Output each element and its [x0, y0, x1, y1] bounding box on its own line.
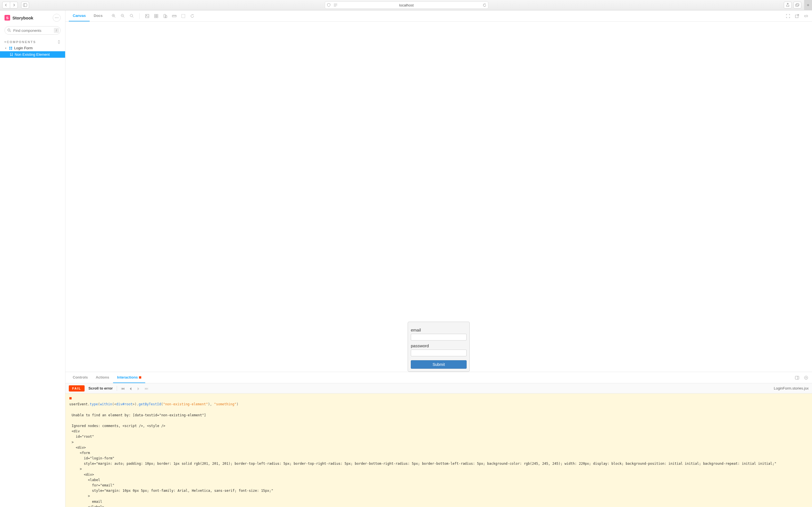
svg-rect-26: [154, 14, 156, 16]
svg-rect-31: [165, 15, 167, 18]
playback-controls: ⏮ ⏴ ⏵ ⏭: [121, 386, 149, 391]
bookmark-icon: [10, 53, 13, 56]
svg-point-22: [130, 14, 133, 17]
collapse-all-icon[interactable]: [57, 40, 61, 44]
canvas: email password Submit: [65, 22, 812, 372]
tab-docs[interactable]: Docs: [90, 10, 107, 21]
svg-rect-0: [23, 4, 27, 7]
search-input[interactable]: [4, 26, 61, 35]
svg-rect-5: [796, 4, 799, 6]
fail-badge: FAIL: [69, 385, 85, 392]
url-bar[interactable]: localhost: [325, 1, 488, 9]
new-tab-button[interactable]: [804, 0, 812, 10]
grid-icon[interactable]: [154, 13, 159, 18]
panel-orientation-icon[interactable]: [795, 375, 800, 380]
error-body: userEvent.type(within(<div#root>).getByT…: [65, 393, 812, 507]
svg-rect-14: [11, 48, 12, 50]
svg-rect-11: [9, 47, 10, 48]
sidebar-header: S Storybook ⋯: [0, 10, 65, 25]
link-icon[interactable]: [804, 13, 809, 18]
component-icon: [9, 47, 12, 50]
submit-button[interactable]: Submit: [411, 360, 467, 369]
outline-icon[interactable]: [181, 13, 186, 18]
svg-rect-28: [154, 16, 156, 18]
reader-icon: [334, 3, 338, 7]
browser-chrome: localhost: [0, 0, 812, 10]
search-icon: [7, 29, 11, 32]
toolbar: Canvas Docs: [65, 10, 812, 22]
svg-line-16: [114, 17, 115, 18]
share-button[interactable]: [784, 2, 792, 8]
error-marker-icon: [69, 397, 71, 399]
sidebar-item-login-form[interactable]: ▾ Login Form: [0, 45, 65, 51]
background-icon[interactable]: [145, 13, 150, 18]
tab-actions[interactable]: Actions: [92, 372, 113, 383]
zoom-reset-icon[interactable]: [129, 13, 134, 18]
email-label: email: [411, 328, 467, 332]
tree-item-label: Non Existing Element: [15, 52, 50, 57]
tab-interactions[interactable]: Interactions: [113, 372, 145, 383]
svg-line-20: [123, 17, 124, 18]
svg-rect-13: [9, 48, 10, 50]
storybook-logo: S: [4, 15, 10, 20]
main: Canvas Docs: [65, 10, 812, 507]
tab-label: Interactions: [117, 375, 138, 379]
svg-line-10: [10, 31, 11, 32]
fail-indicator-icon: [139, 376, 141, 379]
step-back-icon[interactable]: ⏴: [129, 386, 133, 391]
url-text: localhost: [399, 3, 414, 7]
section-label: COMPONENTS: [7, 40, 36, 44]
svg-line-23: [132, 17, 133, 18]
sidebar-item-non-existing-element[interactable]: Non Existing Element: [0, 51, 65, 58]
sidebar-menu-button[interactable]: ⋯: [53, 14, 61, 22]
svg-rect-30: [164, 14, 166, 18]
caret-down-icon: ▾: [5, 47, 7, 50]
story-file-name: LoginForm.stories.jsx: [774, 386, 809, 390]
step-forward-icon[interactable]: ⏵: [137, 386, 141, 391]
svg-rect-12: [11, 47, 12, 48]
call-line: userEvent.type(within(<div#root>).getByT…: [69, 402, 239, 406]
tabs-button[interactable]: [794, 2, 801, 8]
sidebar-section-header[interactable]: ▾ COMPONENTS: [0, 39, 65, 45]
search-kbd-hint: /: [54, 28, 59, 33]
sidebar-toggle-button[interactable]: [21, 2, 29, 8]
login-form: email password Submit: [408, 322, 470, 372]
addons-panel: Controls Actions Interactions FAIL Scrol…: [65, 372, 812, 507]
sidebar: S Storybook ⋯ / ▾ COMPONENTS ▾ Login For…: [0, 10, 65, 507]
rewind-end-icon[interactable]: ⏭: [145, 386, 149, 391]
dom-dump: <div id="root" > <div> <form id="login-f…: [71, 429, 808, 507]
nav-buttons: [2, 2, 18, 8]
open-external-icon[interactable]: [795, 13, 800, 18]
interactions-bar: FAIL Scroll to error ⏮ ⏴ ⏵ ⏭ LoginForm.s…: [65, 383, 812, 393]
svg-rect-39: [795, 376, 799, 379]
scroll-to-error-button[interactable]: Scroll to error: [89, 386, 113, 390]
tab-canvas[interactable]: Canvas: [69, 10, 90, 21]
viewport-icon[interactable]: [163, 13, 168, 18]
svg-rect-6: [796, 4, 799, 6]
tree-item-label: Login Form: [14, 46, 33, 50]
zoom-out-icon[interactable]: [120, 13, 125, 18]
addons-tabs: Controls Actions Interactions: [65, 372, 812, 383]
password-input[interactable]: [411, 349, 467, 356]
measure-icon[interactable]: [172, 13, 177, 18]
email-input[interactable]: [411, 334, 467, 341]
forward-button[interactable]: [10, 2, 18, 8]
rewind-start-icon[interactable]: ⏮: [121, 386, 125, 391]
svg-rect-24: [146, 14, 149, 18]
zoom-in-icon[interactable]: [111, 13, 116, 18]
back-button[interactable]: [2, 2, 10, 8]
svg-rect-37: [182, 14, 185, 18]
sidebar-search: /: [4, 26, 61, 35]
close-panel-icon[interactable]: [804, 375, 809, 380]
refresh-icon[interactable]: [190, 13, 195, 18]
fullscreen-icon[interactable]: [785, 13, 791, 18]
caret-down-icon: ▾: [4, 41, 7, 43]
brand-title: Storybook: [12, 15, 50, 20]
password-label: password: [411, 343, 467, 348]
svg-rect-29: [156, 16, 158, 18]
reload-icon[interactable]: [483, 3, 486, 7]
tab-controls[interactable]: Controls: [69, 372, 92, 383]
svg-rect-27: [156, 14, 158, 16]
ignored-nodes: Ignored nodes: comments, <script />, <st…: [71, 424, 808, 429]
shield-icon: [327, 3, 331, 7]
